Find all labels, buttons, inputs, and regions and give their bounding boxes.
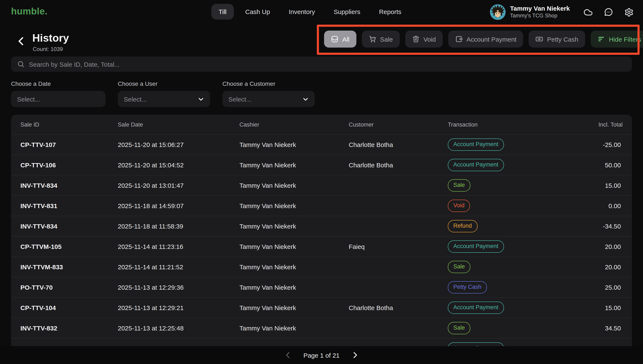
cloud-sync-icon[interactable] <box>583 8 593 17</box>
cell-cashier: Tammy Van Niekerk <box>240 324 349 332</box>
table-row[interactable]: INV-TTV-834 2025-11-18 at 11:58:39 Tammy… <box>11 216 632 236</box>
table-header-row: Sale ID Sale Date Cashier Customer Trans… <box>11 115 632 134</box>
cell-incl-total: 50.00 <box>550 162 622 168</box>
cell-cashier: Tammy Van Niekerk <box>240 182 349 189</box>
previous-page-icon[interactable] <box>284 351 292 359</box>
search-input[interactable] <box>29 60 626 68</box>
transaction-badge: Account Payment <box>448 159 504 171</box>
cell-incl-total: 15.00 <box>550 182 622 189</box>
cell-sale-date: 2025-11-14 at 11:23:16 <box>118 243 240 250</box>
cell-cashier: Tammy Van Niekerk <box>240 202 349 210</box>
cell-sale-id: PO-TTV-70 <box>21 284 118 291</box>
column-header-transaction: Transaction <box>448 121 550 128</box>
hide-filters-button[interactable]: Hide Filters <box>591 30 643 48</box>
filter-button-label: Void <box>423 36 436 43</box>
filter-button-all[interactable]: All <box>324 30 356 48</box>
page-indicator: Page 1 of 21 <box>303 352 340 359</box>
top-navbar: humble. TillCash UpInventorySuppliersRep… <box>0 0 643 24</box>
cell-sale-id: CP-TTVM-105 <box>21 243 118 250</box>
table-row[interactable]: INV-TTV-834 2025-11-20 at 13:01:47 Tammy… <box>11 175 632 196</box>
column-header-customer: Customer <box>349 121 448 128</box>
back-button[interactable] <box>16 36 26 46</box>
filter-button-label: Petty Cash <box>547 36 578 43</box>
table-row[interactable]: CP-TTV-103 2025-11-13 at 12:15:47 Tammy … <box>11 338 632 346</box>
main-nav-tabs: TillCash UpInventorySuppliersReports <box>211 4 409 20</box>
table-row[interactable]: CP-TTV-104 2025-11-13 at 12:29:21 Tammy … <box>11 297 632 318</box>
cell-customer: Charlotte Botha <box>349 141 448 148</box>
table-body: CP-TTV-107 2025-11-20 at 15:06:27 Tammy … <box>11 134 632 346</box>
cell-sale-id: INV-TTVM-833 <box>21 263 118 270</box>
nav-tab-reports[interactable]: Reports <box>372 4 408 20</box>
transaction-badge: Sale <box>448 261 470 273</box>
cell-cashier: Tammy Van Niekerk <box>240 284 349 291</box>
choose-a-user-select[interactable]: Select... <box>118 91 210 107</box>
cell-incl-total: 0.00 <box>550 202 622 210</box>
search-bar <box>11 56 632 72</box>
column-header-incl-total: Incl. Total <box>550 121 622 128</box>
cell-sale-id: CP-TTV-107 <box>21 141 118 148</box>
cell-incl-total: 34.50 <box>550 324 622 332</box>
history-table: Sale ID Sale Date Cashier Customer Trans… <box>11 115 632 346</box>
cell-customer: Charlotte Botha <box>349 304 448 311</box>
nav-tab-inventory[interactable]: Inventory <box>282 4 322 20</box>
dropdown-value: Select... <box>17 95 100 102</box>
pagination-bar: Page 1 of 21 <box>0 346 643 364</box>
cell-incl-total: -34.50 <box>550 222 622 230</box>
next-page-icon[interactable] <box>351 351 359 359</box>
choose-a-customer-select[interactable]: Select... <box>223 91 315 107</box>
chevron-down-icon <box>302 96 309 102</box>
nav-tab-till[interactable]: Till <box>211 4 234 20</box>
banknote-icon <box>536 35 543 43</box>
nav-tab-label: Inventory <box>289 8 315 15</box>
transaction-badge: Account Payment <box>448 139 504 151</box>
filter-button-void[interactable]: Void <box>405 30 443 48</box>
table-row[interactable]: CP-TTV-106 2025-11-20 at 15:04:52 Tammy … <box>11 154 632 175</box>
chat-icon[interactable] <box>604 8 613 17</box>
user-name: Tammy Van Niekerk <box>510 5 570 13</box>
cell-sale-id: CP-TTV-104 <box>21 304 118 311</box>
transaction-filter-bar: AllSaleVoidAccount PaymentPetty CashHide… <box>324 30 633 48</box>
filter-button-account-payment[interactable]: Account Payment <box>448 30 523 48</box>
column-header-sale-date: Sale Date <box>118 121 240 128</box>
cell-sale-id: INV-TTV-834 <box>21 182 118 189</box>
filter-button-label: Hide Filters <box>609 36 641 43</box>
cell-cashier: Tammy Van Niekerk <box>240 162 349 168</box>
cell-sale-id: INV-TTV-831 <box>21 202 118 210</box>
column-header-sale-id: Sale ID <box>21 121 118 128</box>
dropdown-value: Select... <box>228 95 302 102</box>
table-row[interactable]: PO-TTV-70 2025-11-13 at 12:29:36 Tammy V… <box>11 277 632 297</box>
user-menu[interactable]: Tammy Van Niekerk Tammy's TCG Shop <box>490 4 570 20</box>
filter-button-petty-cash[interactable]: Petty Cash <box>529 30 585 48</box>
cell-sale-id: INV-TTV-832 <box>21 324 118 332</box>
table-row[interactable]: CP-TTV-107 2025-11-20 at 15:06:27 Tammy … <box>11 134 632 154</box>
filter-button-sale[interactable]: Sale <box>362 30 399 48</box>
table-row[interactable]: INV-TTV-831 2025-11-18 at 14:59:07 Tammy… <box>11 196 632 216</box>
user-shop-name: Tammy's TCG Shop <box>510 13 570 19</box>
cell-sale-date: 2025-11-13 at 12:25:48 <box>118 324 240 332</box>
cell-sale-date: 2025-11-18 at 14:59:07 <box>118 202 240 210</box>
nav-tab-label: Till <box>219 8 227 15</box>
table-row[interactable]: INV-TTV-832 2025-11-13 at 12:25:48 Tammy… <box>11 318 632 338</box>
app-window: humble. TillCash UpInventorySuppliersRep… <box>0 0 643 364</box>
search-icon <box>17 60 25 68</box>
settings-gear-icon[interactable] <box>624 8 634 17</box>
wallet-icon <box>455 35 463 43</box>
nav-tab-cash-up[interactable]: Cash Up <box>238 4 277 20</box>
nav-tab-label: Cash Up <box>245 8 270 15</box>
filter-button-label: All <box>342 36 349 43</box>
filter-lines-icon <box>597 35 605 43</box>
cell-sale-date: 2025-11-13 at 12:29:36 <box>118 284 240 291</box>
cell-incl-total: 20.00 <box>550 263 622 270</box>
choose-a-date-select[interactable]: Select... <box>11 91 105 107</box>
record-count: Count: 1039 <box>33 46 63 52</box>
table-row[interactable]: INV-TTVM-833 2025-11-14 at 11:21:52 Tamm… <box>11 256 632 277</box>
cell-sale-date: 2025-11-20 at 15:04:52 <box>118 162 240 168</box>
nav-tab-suppliers[interactable]: Suppliers <box>326 4 367 20</box>
transaction-badge: Void <box>448 200 470 212</box>
cell-incl-total: -25.00 <box>550 141 622 148</box>
table-row[interactable]: CP-TTVM-105 2025-11-14 at 11:23:16 Tammy… <box>11 236 632 256</box>
brand-logo[interactable]: humble. <box>11 6 48 17</box>
filter-button-label: Sale <box>380 36 393 43</box>
nav-tab-label: Reports <box>379 8 401 15</box>
transaction-badge: Petty Cash <box>448 282 487 294</box>
